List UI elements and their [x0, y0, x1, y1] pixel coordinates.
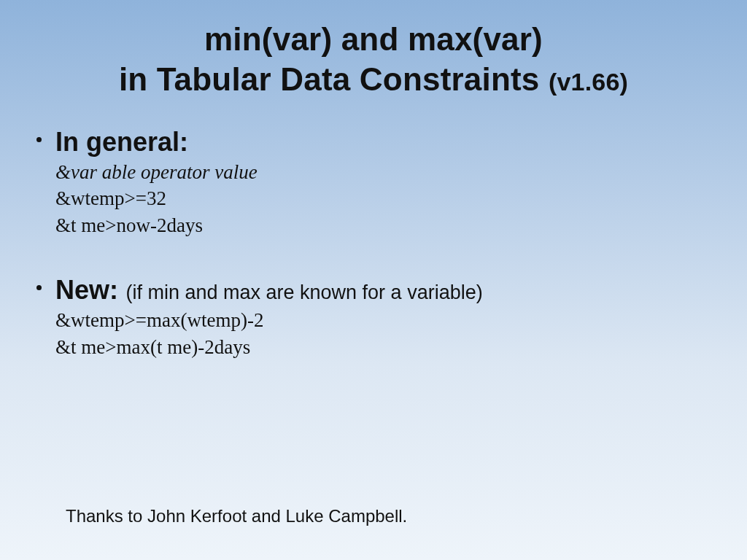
sub-line: &t me>now-2days — [55, 212, 718, 238]
bullet-icon — [36, 137, 42, 142]
bullet-lead: In general: — [55, 127, 188, 157]
sub-line: &var able operator value — [55, 159, 718, 185]
sub-line: &t me>max(t me)-2days — [55, 334, 718, 360]
sub-line: &wtemp>=max(wtemp)-2 — [55, 307, 718, 333]
list-item: New: (if min and max are known for a var… — [55, 275, 718, 360]
title-version: (v1.66) — [549, 68, 628, 96]
bullet-sublines: &wtemp>=max(wtemp)-2 &t me>max(t me)-2da… — [55, 307, 718, 360]
list-item: In general: &var able operator value &wt… — [55, 127, 718, 238]
slide-title: min(var) and max(var) in Tabular Data Co… — [29, 19, 718, 99]
footer-credit: Thanks to John Kerfoot and Luke Campbell… — [66, 506, 407, 526]
title-line-1: min(var) and max(var) — [29, 19, 718, 59]
bullet-lead-note: (if min and max are known for a variable… — [125, 281, 482, 303]
bullet-list: In general: &var able operator value &wt… — [29, 127, 718, 360]
sub-line: &wtemp>=32 — [55, 185, 718, 211]
title-main: in Tabular Data Constraints — [119, 61, 540, 97]
bullet-icon — [36, 285, 42, 290]
bullet-sublines: &var able operator value &wtemp>=32 &t m… — [55, 159, 718, 238]
bullet-lead: New: — [55, 275, 118, 305]
title-line-2: in Tabular Data Constraints (v1.66) — [29, 59, 718, 99]
